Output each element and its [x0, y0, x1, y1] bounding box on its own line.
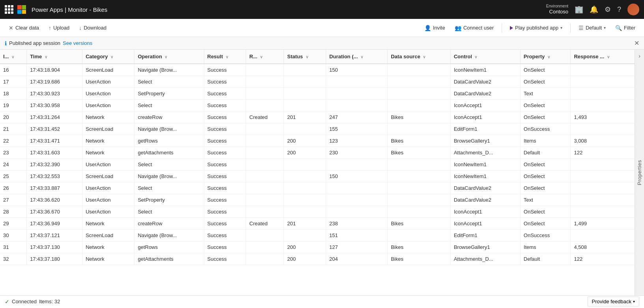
col-time[interactable]: Time ∨ [27, 50, 82, 64]
table-cell [326, 206, 388, 218]
col-datasource[interactable]: Data source ∨ [388, 50, 450, 64]
environment-block: Environment Contoso [546, 4, 568, 15]
col-id[interactable]: I... ∨ [0, 50, 27, 64]
table-cell: 17 [0, 76, 27, 88]
filter-button[interactable]: 🔍 Filter [611, 23, 639, 33]
table-row[interactable]: 3217:43:37.180NetworkgetAttachmentsSucce… [0, 253, 635, 265]
table-row[interactable]: 1617:43:18.904ScreenLoadNavigate (Brow..… [0, 64, 635, 76]
table-cell [326, 76, 388, 88]
upload-button[interactable]: ↑ Upload [45, 23, 73, 33]
col-response[interactable]: Response ... ∨ [571, 50, 635, 64]
close-icon[interactable]: ✕ [634, 39, 639, 47]
table-cell: Select [134, 206, 204, 218]
default-button[interactable]: ☰ Default ▾ [575, 23, 610, 33]
download-button[interactable]: ↓ Download [75, 23, 110, 33]
clear-data-button[interactable]: ✕ Clear data [5, 23, 43, 33]
table-cell [284, 64, 326, 76]
col-operation[interactable]: Operation ∨ [134, 50, 204, 64]
waffle-icon[interactable] [5, 5, 13, 14]
table-cell: Default [520, 253, 571, 265]
table-cell: IconAccept1 [450, 206, 520, 218]
table-row[interactable]: 2317:43:31.603NetworkgetAttachmentsSucce… [0, 147, 635, 159]
table-cell: OnSelect [520, 159, 571, 171]
properties-panel[interactable]: › Properties [635, 50, 644, 295]
table-row[interactable]: 2617:43:33.887UserActionSelectSuccessDat… [0, 182, 635, 194]
connected-label: Connected [12, 299, 37, 304]
table-cell: ScreenLoad [82, 123, 134, 135]
table-cell: 17:43:31.264 [27, 111, 82, 123]
table-cell: Success [204, 147, 246, 159]
table-cell: Select [134, 159, 204, 171]
table-cell: Success [204, 111, 246, 123]
connect-user-button[interactable]: 👥 Connect user [451, 23, 498, 33]
table-cell: getAttachments [134, 147, 204, 159]
table-cell: Network [82, 147, 134, 159]
table-cell [246, 135, 284, 147]
table-cell: 18 [0, 88, 27, 100]
table-cell: 4,508 [571, 241, 635, 253]
table-cell: Success [204, 206, 246, 218]
table-cell [388, 194, 450, 206]
col-result[interactable]: Result ∨ [204, 50, 246, 64]
table-cell: 17:43:19.686 [27, 76, 82, 88]
table-scroll[interactable]: I... ∨ Time ∨ Category ∨ Operation ∨ Res… [0, 50, 635, 295]
table-cell [284, 230, 326, 241]
col-r[interactable]: R... ∨ [246, 50, 284, 64]
table-cell [246, 100, 284, 111]
col-category[interactable]: Category ∨ [82, 50, 134, 64]
building-icon[interactable]: 🏢 [575, 5, 583, 14]
table-row[interactable]: 2017:43:31.264NetworkcreateRowSuccessCre… [0, 111, 635, 123]
table-cell: Created [246, 111, 284, 123]
environment-label: Environment [546, 4, 568, 9]
filter-icon: 🔍 [615, 25, 622, 31]
col-property[interactable]: Property ∨ [520, 50, 571, 64]
table-cell [388, 64, 450, 76]
table-cell: UserAction [82, 100, 134, 111]
table-cell [246, 123, 284, 135]
table-cell: DataCardValue2 [450, 88, 520, 100]
table-cell: OnSelect [520, 171, 571, 182]
table-wrapper: I... ∨ Time ∨ Category ∨ Operation ∨ Res… [0, 50, 635, 295]
col-duration[interactable]: Duration (... ∨ [326, 50, 388, 64]
table-cell: OnSelect [520, 206, 571, 218]
table-row[interactable]: 1917:43:30.958UserActionSelectSuccessIco… [0, 100, 635, 111]
user-avatar[interactable] [627, 4, 639, 15]
table-row[interactable]: 2917:43:36.949NetworkcreateRowSuccessCre… [0, 218, 635, 230]
table-cell: 200 [284, 253, 326, 265]
col-control[interactable]: Control ∨ [450, 50, 520, 64]
table-row[interactable]: 2417:43:32.390UserActionSelectSuccessIco… [0, 159, 635, 171]
table-cell [246, 241, 284, 253]
play-published-app-button[interactable]: Play published app ▾ [506, 23, 566, 33]
table-cell: 17:43:18.904 [27, 64, 82, 76]
table-cell: 17:43:37.180 [27, 253, 82, 265]
table-row[interactable]: 1717:43:19.686UserActionSelectSuccessDat… [0, 76, 635, 88]
table-cell: 17:43:30.923 [27, 88, 82, 100]
table-cell: SetProperty [134, 88, 204, 100]
table-row[interactable]: 2117:43:31.452ScreenLoadNavigate (Brow..… [0, 123, 635, 135]
table-cell [388, 182, 450, 194]
table-row[interactable]: 1817:43:30.923UserActionSetPropertySucce… [0, 88, 635, 100]
upload-icon: ↑ [49, 25, 51, 31]
table-row[interactable]: 2217:43:31.471NetworkgetRowsSuccess20012… [0, 135, 635, 147]
table-row[interactable]: 2717:43:36.620UserActionSetPropertySucce… [0, 194, 635, 206]
table-cell: 17:43:37.130 [27, 241, 82, 253]
table-cell: 17:43:37.121 [27, 230, 82, 241]
col-status[interactable]: Status ∨ [284, 50, 326, 64]
bell-icon[interactable]: 🔔 [590, 5, 598, 14]
table-cell: Bikes [388, 218, 450, 230]
gear-icon[interactable]: ⚙ [605, 5, 611, 14]
table-row[interactable]: 3017:43:37.121ScreenLoadNavigate (Brow..… [0, 230, 635, 241]
items-count: Items: 32 [39, 299, 60, 304]
table-row[interactable]: 3117:43:37.130NetworkgetRowsSuccess20012… [0, 241, 635, 253]
top-bar-right: Environment Contoso 🏢 🔔 ⚙ ? [546, 4, 639, 15]
microsoft-logo [17, 5, 26, 14]
table-row[interactable]: 2517:43:32.553ScreenLoadNavigate (Brow..… [0, 171, 635, 182]
feedback-button[interactable]: Provide feedback ▾ [588, 297, 639, 306]
table-cell: DataCardValue2 [450, 194, 520, 206]
table-cell: Bikes [388, 253, 450, 265]
invite-button[interactable]: 👤 Invite [420, 23, 449, 33]
see-versions-link[interactable]: See versions [63, 40, 92, 46]
question-icon[interactable]: ? [617, 6, 621, 14]
table-row[interactable]: 2817:43:36.670UserActionSelectSuccessIco… [0, 206, 635, 218]
table-cell [571, 159, 635, 171]
